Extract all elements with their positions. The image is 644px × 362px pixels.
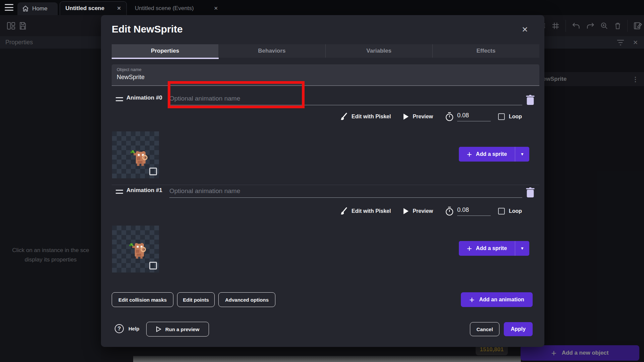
app-window: Properties Click on an instance in the s… bbox=[0, 0, 644, 362]
cancel-button[interactable]: Cancel bbox=[470, 322, 499, 336]
loop-checkbox[interactable] bbox=[498, 113, 505, 120]
home-icon bbox=[22, 5, 29, 12]
edit-with-piskel-button[interactable]: Edit with Piskel bbox=[352, 208, 391, 214]
add-sprite-dropdown[interactable]: ▼ bbox=[515, 147, 529, 162]
tab-variables[interactable]: Variables bbox=[325, 44, 432, 58]
timer-icon bbox=[445, 112, 454, 121]
loop-label: Loop bbox=[509, 208, 522, 214]
tab-untitled-scene[interactable]: Untitled scene ✕ bbox=[60, 1, 127, 15]
plus-icon: + bbox=[467, 150, 472, 159]
add-sprite-dropdown[interactable]: ▼ bbox=[515, 241, 529, 256]
run-a-preview-button[interactable]: Run a preview bbox=[146, 322, 209, 337]
timer-icon bbox=[445, 206, 454, 216]
close-tab-icon[interactable]: ✕ bbox=[117, 5, 121, 11]
delete-animation-icon[interactable] bbox=[526, 187, 535, 197]
plus-icon: + bbox=[469, 295, 474, 304]
add-animation-button[interactable]: + Add an animation bbox=[461, 292, 533, 307]
help-icon[interactable]: ? bbox=[115, 324, 124, 333]
sprite-select-checkbox[interactable] bbox=[149, 262, 157, 269]
dialog-close-icon[interactable]: ✕ bbox=[520, 24, 530, 35]
tab-scene-label: Untitled scene bbox=[65, 5, 104, 12]
tab-home-label: Home bbox=[32, 5, 47, 12]
help-label[interactable]: Help bbox=[128, 326, 140, 331]
animation-controls: Edit with Piskel Preview Loop bbox=[339, 205, 522, 217]
object-name-input[interactable] bbox=[117, 74, 534, 81]
time-between-frames-input[interactable] bbox=[457, 206, 491, 216]
animation-controls: Edit with Piskel Preview Loop bbox=[339, 111, 522, 123]
close-tab-icon[interactable]: ✕ bbox=[214, 5, 218, 11]
edit-with-piskel-button[interactable]: Edit with Piskel bbox=[352, 114, 391, 120]
edit-collision-masks-button[interactable]: Edit collision masks bbox=[112, 292, 173, 307]
play-icon bbox=[404, 114, 409, 120]
object-name-field[interactable]: Object name bbox=[112, 64, 539, 86]
tab-properties[interactable]: Properties bbox=[112, 44, 218, 58]
edit-points-button[interactable]: Edit points bbox=[177, 292, 215, 307]
object-name-label: Object name bbox=[117, 67, 534, 72]
sprite-thumbnail[interactable] bbox=[112, 226, 159, 273]
edit-sprite-dialog: Edit NewSprite ✕ Properties Behaviors Va… bbox=[101, 15, 544, 347]
play-icon bbox=[404, 208, 409, 214]
loop-checkbox[interactable] bbox=[498, 208, 505, 215]
sprite-select-checkbox[interactable] bbox=[149, 168, 157, 175]
loop-label: Loop bbox=[509, 114, 522, 120]
tab-untitled-scene-events[interactable]: Untitled scene (Events) ✕ bbox=[129, 1, 223, 15]
preview-button[interactable]: Preview bbox=[413, 208, 433, 214]
play-outline-icon bbox=[156, 326, 161, 332]
preview-button[interactable]: Preview bbox=[413, 114, 433, 120]
plus-icon: + bbox=[467, 244, 472, 253]
sprite-thumbnail[interactable] bbox=[112, 131, 159, 178]
animation-name-input[interactable] bbox=[169, 92, 522, 105]
time-between-frames-input[interactable] bbox=[457, 112, 491, 121]
add-sprite-button[interactable]: + Add a sprite ▼ bbox=[459, 241, 529, 256]
drag-handle-icon[interactable] bbox=[116, 190, 123, 194]
tab-behaviors[interactable]: Behaviors bbox=[218, 44, 325, 58]
brush-icon bbox=[339, 113, 347, 121]
brush-icon bbox=[339, 207, 347, 215]
apply-button[interactable]: Apply bbox=[504, 322, 533, 336]
drag-handle-icon[interactable] bbox=[116, 97, 123, 101]
add-sprite-button[interactable]: + Add a sprite ▼ bbox=[459, 147, 529, 162]
active-tab-underline bbox=[112, 58, 219, 59]
sprite-image bbox=[129, 148, 150, 169]
dialog-tabs: Properties Behaviors Variables Effects bbox=[112, 44, 539, 58]
top-tab-bar: Home Untitled scene ✕ Untitled scene (Ev… bbox=[0, 0, 644, 15]
tab-home[interactable]: Home bbox=[17, 2, 58, 15]
dialog-title: Edit NewSprite bbox=[112, 23, 183, 35]
main-menu-icon[interactable] bbox=[5, 4, 13, 11]
tab-effects[interactable]: Effects bbox=[432, 44, 539, 58]
sprite-image bbox=[128, 240, 149, 261]
tab-events-label: Untitled scene (Events) bbox=[135, 5, 194, 12]
animation-label: Animation #1 bbox=[126, 187, 162, 194]
advanced-options-button[interactable]: Advanced options bbox=[218, 292, 275, 307]
animation-label: Animation #0 bbox=[126, 95, 162, 101]
delete-animation-icon[interactable] bbox=[526, 95, 535, 105]
animation-name-input[interactable] bbox=[169, 184, 522, 198]
